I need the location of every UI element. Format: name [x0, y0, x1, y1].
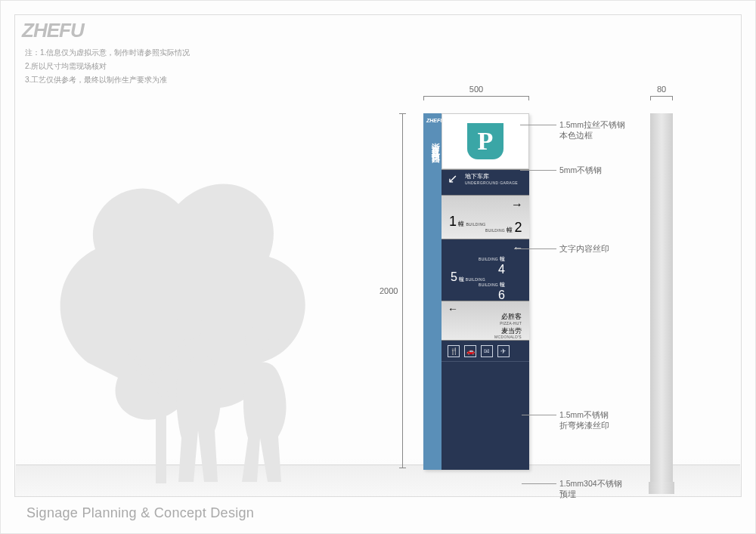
brand-logo-text: ZHEFU	[22, 19, 84, 42]
r1-en: BUILDING	[479, 257, 498, 261]
footer-title: Signage Planning & Concept Design	[26, 505, 254, 521]
arrow-left-icon: ←	[513, 242, 523, 253]
panel-amenity-icons: 🍴 🚗 ✉ ✈	[442, 340, 529, 361]
callout-embed-text: 1.5mm304不锈钢 预埋	[559, 479, 622, 499]
arrow-down-left-icon: ↙	[448, 173, 457, 185]
parking-badge: P	[467, 123, 503, 159]
r1-num: 4	[498, 263, 505, 276]
callout-panel-text: 5mm不锈钢	[559, 165, 602, 174]
d1-en: PIZZA-HUT	[494, 320, 522, 326]
dimension-height: 2000	[380, 113, 403, 468]
callout-base-text: 1.5mm不锈钢 折弯烤漆丝印	[559, 410, 609, 430]
brand-logo: ZHEFU	[22, 19, 84, 42]
callout-panel: 5mm不锈钢	[559, 165, 602, 175]
side-profile-pole	[650, 113, 673, 482]
callout-print-text: 文字内容丝印	[559, 244, 609, 253]
garage-cn: 地下车库	[465, 173, 518, 181]
spine-title: 浙富科技园	[423, 133, 442, 151]
b1-num: 1	[449, 214, 457, 229]
arrow-left-icon: ←	[448, 304, 458, 314]
r3-en: BUILDING	[479, 282, 498, 287]
b1-unit: 幢	[458, 221, 464, 227]
callout-base: 1.5mm不锈钢 折弯烤漆丝印	[559, 409, 609, 431]
b2-unit: 幢	[507, 227, 513, 233]
drawing-notes: 注：1.信息仅为虚拟示意，制作时请参照实际情况 2.所以尺寸均需现场核对 3.工…	[25, 46, 190, 87]
garage-en: UNDERGROUND GARAGE	[465, 181, 518, 185]
b2-en: BUILDING	[485, 228, 505, 233]
panel-base	[442, 361, 529, 470]
dimension-depth: 80	[650, 85, 673, 100]
panel-restaurants: ← 必胜客PIZZA-HUT 麦当劳MCDONALD'S	[442, 301, 529, 340]
callout-frame-text: 1.5mm拉丝不锈钢 本色边框	[559, 120, 625, 140]
sign-body: P ↙ 地下车库 UNDERGROUND GARAGE → 1 幢 BUILDI…	[442, 113, 529, 470]
b2-num: 2	[514, 220, 522, 235]
panel-garage: ↙ 地下车库 UNDERGROUND GARAGE	[442, 169, 529, 195]
callout-print: 文字内容丝印	[559, 243, 609, 254]
r3-unit: 幢	[500, 282, 505, 287]
dim-depth-value: 80	[657, 85, 666, 94]
wayfinding-sign: ZHEFU 浙富科技园 P ↙ 地下车库 UNDERGROUND GARAGE …	[423, 113, 529, 470]
sign-spine: ZHEFU 浙富科技园	[423, 113, 442, 470]
d2-cn: 麦当劳	[501, 327, 522, 335]
car-icon: 🚗	[464, 345, 476, 357]
d1-cn: 必胜客	[501, 313, 522, 320]
callout-embed: 1.5mm304不锈钢 预埋	[559, 478, 622, 499]
mail-icon: ✉	[481, 345, 493, 357]
callout-frame: 1.5mm拉丝不锈钢 本色边框	[559, 119, 625, 140]
dim-height-value: 2000	[380, 286, 398, 295]
panel-parking: P	[442, 113, 529, 169]
r3-num: 6	[498, 289, 505, 301]
r2-unit: 幢	[459, 276, 464, 282]
plane-icon: ✈	[497, 345, 510, 357]
r1-unit: 幢	[500, 256, 505, 261]
restaurant-icon: 🍴	[448, 345, 460, 357]
panel-buildings-12: → 1 幢 BUILDING BUILDING 幢 2	[442, 195, 529, 239]
people-silhouette	[159, 317, 333, 485]
r2-num: 5	[451, 270, 457, 283]
arrow-right-icon: →	[511, 199, 523, 211]
b1-en: BUILDING	[466, 222, 485, 227]
dimension-width: 500	[423, 85, 529, 100]
d2-en: MCDONALD'S	[494, 334, 522, 340]
dim-width-value: 500	[469, 85, 483, 94]
